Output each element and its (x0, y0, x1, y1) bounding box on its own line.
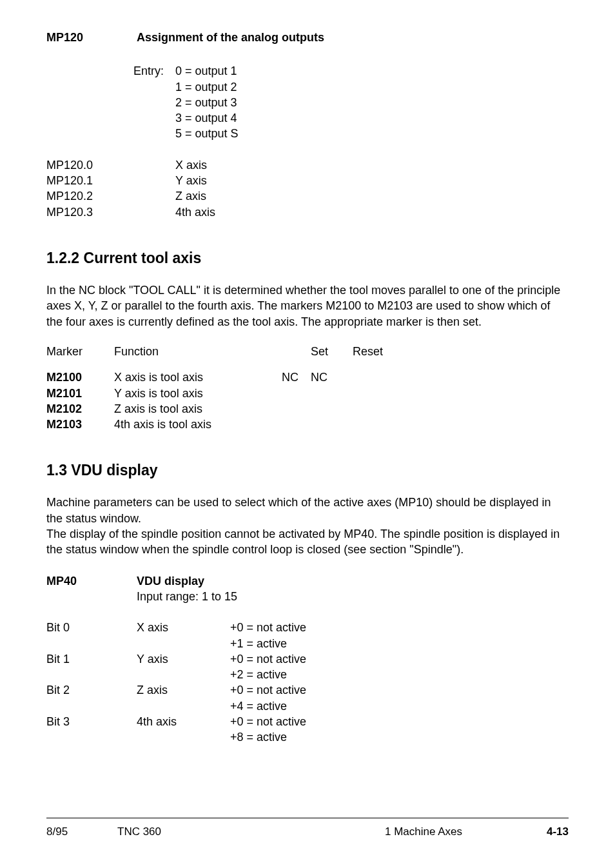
marker-code: M2102 (46, 401, 114, 417)
marker-table-head: Marker Function Set Reset (46, 344, 569, 359)
footer-model: TNC 360 (117, 825, 269, 840)
col-reset-head: Reset (353, 344, 401, 359)
bit-label: Bit 3 (46, 714, 137, 729)
mp40-header: MP40 VDU display Input range: 1 to 15 (46, 573, 569, 605)
entry-value: 0 = output 1 (175, 63, 239, 79)
bit-state: +0 = not active (230, 682, 569, 698)
axis-label: Z axis (137, 188, 569, 204)
axis-code: MP120.1 (46, 173, 137, 188)
bit-axis: X axis (137, 620, 230, 635)
marker-reset: NC (311, 370, 353, 385)
entry-label: Entry: (133, 64, 164, 77)
marker-code: M2101 (46, 386, 114, 401)
bit-label: Bit 2 (46, 682, 137, 698)
mp120-header: MP120 Assignment of the analog outputs (46, 30, 569, 45)
bit-axis: 4th axis (137, 714, 230, 729)
marker-func: X axis is tool axis (114, 370, 282, 385)
footer-date: 8/95 (46, 825, 117, 840)
para-13a: Machine parameters can be used to select… (46, 495, 569, 526)
axis-code: MP120.3 (46, 204, 137, 220)
entry-value: 2 = output 3 (175, 95, 239, 110)
entry-value: 5 = output S (175, 126, 239, 141)
footer-page-number: 4-13 (536, 825, 569, 840)
bit-state: +0 = not active (230, 651, 569, 667)
mp120-axis-list: MP120.0 X axis MP120.1 Y axis MP120.2 Z … (46, 157, 569, 220)
axis-code: MP120.2 (46, 188, 137, 204)
bit-state: +8 = active (230, 729, 569, 745)
bit-label: Bit 1 (46, 651, 137, 667)
mp120-title: Assignment of the analog outputs (137, 30, 569, 45)
entry-value: 3 = output 4 (175, 110, 239, 126)
marker-code: M2103 (46, 417, 114, 432)
entry-value: 1 = output 2 (175, 79, 239, 95)
footer-chapter: 1 Machine Axes (269, 825, 536, 840)
mp40-code: MP40 (46, 573, 137, 605)
axis-label: X axis (137, 157, 569, 173)
mp40-title: VDU display (137, 573, 237, 589)
bit-label: Bit 0 (46, 620, 137, 635)
mp40-bit-table: Bit 0 X axis +0 = not active +1 = active… (46, 620, 569, 745)
col-marker-head: Marker (46, 344, 114, 359)
page-footer: 8/95 TNC 360 1 Machine Axes 4-13 (46, 818, 569, 840)
marker-set: NC (282, 370, 311, 385)
mp120-entries: Entry: 0 = output 1 1 = output 2 2 = out… (46, 63, 569, 141)
marker-func: Y axis is tool axis (114, 386, 282, 401)
axis-code: MP120.0 (46, 157, 137, 173)
bit-axis: Y axis (137, 651, 230, 667)
mp120-code: MP120 (46, 30, 137, 45)
heading-13: 1.3 VDU display (46, 460, 569, 480)
bit-state: +4 = active (230, 698, 569, 714)
marker-code: M2100 (46, 370, 114, 385)
axis-label: Y axis (137, 173, 569, 188)
marker-table-body: M2100 X axis is tool axis NC NC M2101 Y … (46, 370, 569, 432)
marker-func: 4th axis is tool axis (114, 417, 282, 432)
bit-state: +1 = active (230, 636, 569, 651)
bit-state: +0 = not active (230, 714, 569, 729)
bit-axis: Z axis (137, 682, 230, 698)
col-func-head: Function (114, 344, 282, 359)
bit-state: +0 = not active (230, 620, 569, 635)
heading-122: 1.2.2 Current tool axis (46, 248, 569, 268)
mp40-range: Input range: 1 to 15 (137, 589, 237, 604)
para-122: In the NC block "TOOL CALL" it is determ… (46, 282, 569, 330)
para-13b: The display of the spindle position cann… (46, 526, 569, 558)
col-set-head: Set (311, 344, 353, 359)
axis-label: 4th axis (137, 204, 569, 220)
bit-state: +2 = active (230, 667, 569, 682)
marker-func: Z axis is tool axis (114, 401, 282, 417)
